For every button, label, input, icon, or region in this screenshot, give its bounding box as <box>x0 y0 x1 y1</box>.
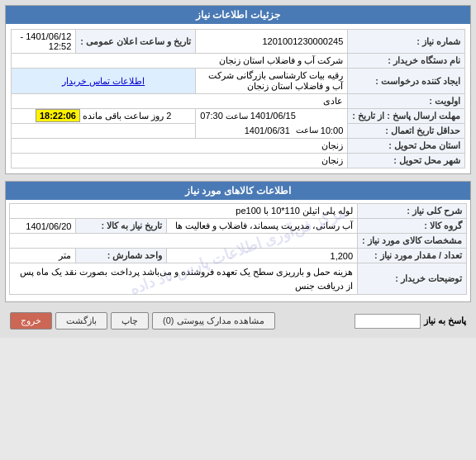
shmare-niaz-label: شماره نیاز : <box>348 30 465 54</box>
tarikh-value: 1401/06/12 - 12:52 <box>12 30 76 54</box>
print-button[interactable]: چاپ <box>111 312 149 330</box>
tedaad-label: تعداد / مقدار مورد نیاز : <box>358 249 467 263</box>
idad-konande-label: ایجاد کننده درخواست : <box>348 69 465 94</box>
description-label: توضیحات خریدار : <box>358 263 467 295</box>
tarikh-niaz-value: 1401/06/20 <box>10 219 76 234</box>
ostan-value: زنجان <box>12 139 348 154</box>
mohlet-ersal-time: 18:22:06 <box>36 109 80 122</box>
hadd-akhar-label: حداقل تاریخ اتعمال : <box>348 124 465 139</box>
section-header-details: جزئیات اطلاعات نیاز <box>6 6 470 24</box>
vahed-value: متر <box>10 249 76 263</box>
avlviat-label: اولویت : <box>348 94 465 109</box>
name-dastgah-value: شرکت آب و فاضلاب استان زنجان <box>12 54 348 69</box>
name-dastgah-label: نام دستگاه خریدار : <box>348 54 465 69</box>
groh-kala-value: آب رسانی، مدیریت پسماند، فاضلاب و فعالیت… <box>167 219 358 234</box>
mohlet-ersal-date: 1401/06/15 <box>250 111 296 121</box>
tarikh-label: تاریخ و ساعت اعلان عمومی : <box>76 30 196 54</box>
answer-input[interactable] <box>355 314 421 329</box>
moshakhasat-label: مشخصات کالای مورد نیاز : <box>358 234 467 249</box>
hadd-akhar-date: 1401/06/31 <box>245 126 290 135</box>
shahr-label: شهر محل تحویل : <box>348 154 465 168</box>
avlviat-value: عادی <box>12 94 348 109</box>
mohlet-ersal-saat: 07:30 <box>200 111 223 121</box>
shmare-niaz-value: 1201001230000245 <box>196 30 348 54</box>
exit-button[interactable]: خروج <box>10 312 52 330</box>
sharh-label: شرح کلی نیاز : <box>358 204 467 219</box>
answer-to-need-label: پاسخ به نیاز <box>424 315 466 326</box>
sharh-value: لوله پلی اتیلن 110*10 با pe100 <box>10 204 358 219</box>
tedaad-value: 1,200 <box>167 249 358 263</box>
mohlet-ersal-roz-value: 2 <box>166 111 171 121</box>
shahr-value: زنجان <box>12 154 348 168</box>
mohlet-ersal-baqi: ساعت باقی مانده <box>83 111 149 121</box>
saat-icon: ساعت <box>226 111 248 121</box>
view-docs-button[interactable]: مشاهده مدارک پیوستی (0) <box>152 312 275 330</box>
tarikh-niaz-label: تاریخ نیاز به کالا : <box>76 219 167 234</box>
description-value: هزینه حمل و بارریزی سطح یک تعهده فروشنده… <box>10 263 358 295</box>
moshakhasat-value <box>10 234 358 249</box>
mohlet-ersal-roz-label: روز <box>151 111 164 121</box>
groh-kala-label: گروه کالا : <box>358 219 467 234</box>
hadd-akhar-saat: 10:00 <box>321 126 344 135</box>
goods-section-header: اطلاعات کالاهای مورد نیاز <box>6 182 470 200</box>
ostan-label: استان محل تحویل : <box>348 139 465 154</box>
saat-label2: ساعت <box>296 126 318 135</box>
contact-info-link[interactable]: اطلاعات تماس خریدار <box>62 76 145 86</box>
idad-konande-value: رقیه بیات کارشناسی بازرگانی شرکت آب و فا… <box>196 69 348 94</box>
mohlet-ersal-label: مهلت ارسال پاسخ : از تاریخ : <box>348 109 465 124</box>
back-button[interactable]: بازگشت <box>55 312 107 330</box>
vahed-label: واحد شمارش : <box>76 249 167 263</box>
